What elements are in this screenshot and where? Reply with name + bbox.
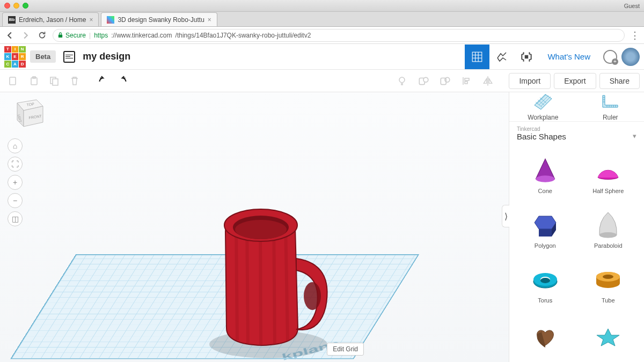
chevron-down-icon: ▾ [633, 132, 636, 140]
3d-canvas[interactable]: TOP LEFT FRONT ⌂ ⛶ + − ◫ kplane [0, 92, 509, 362]
model-mug[interactable] [193, 183, 343, 360]
svg-rect-0 [58, 35, 62, 38]
app-header: TIN KER CAD Beta my design What's New [0, 44, 644, 70]
undo-button[interactable] [93, 72, 112, 90]
tab-label: Erdreich, Jason / Home [19, 16, 86, 24]
shape-label: Tube [602, 297, 615, 304]
edit-toolbar: Import Export Share [0, 70, 644, 92]
view-cube[interactable]: TOP LEFT FRONT [8, 97, 45, 129]
copy-button[interactable] [4, 72, 23, 90]
url-scheme: https [94, 32, 108, 39]
zoom-in-button[interactable]: + [8, 175, 23, 190]
ruler-tool[interactable]: Ruler [577, 92, 645, 121]
blocks-mode-button[interactable] [489, 45, 514, 69]
shape-half-sphere[interactable]: Half Sphere [578, 149, 639, 201]
fit-view-button[interactable]: ⛶ [8, 157, 23, 172]
main-area: TOP LEFT FRONT ⌂ ⛶ + − ◫ kplane [0, 92, 644, 362]
code-mode-button[interactable] [514, 45, 539, 69]
svg-point-28 [599, 232, 617, 238]
share-button[interactable]: Share [599, 73, 640, 89]
shapes-panel: ⟩ Workplane Ruler Tinkercad Basic Shapes… [509, 92, 644, 362]
shape-cone[interactable]: Cone [515, 149, 576, 201]
shape-polygon[interactable]: Polygon [515, 203, 576, 256]
svg-marker-26 [539, 229, 552, 237]
tab-close-icon[interactable]: × [89, 16, 93, 24]
svg-point-10 [423, 77, 428, 82]
svg-point-12 [445, 77, 450, 82]
shape-tube[interactable]: Tube [578, 258, 639, 311]
view-controls: ⌂ ⛶ + − ◫ [8, 138, 23, 226]
user-avatar[interactable] [621, 48, 640, 66]
window-minimize-button[interactable] [13, 3, 19, 9]
3d-editor-mode-button[interactable] [465, 45, 489, 69]
duplicate-button[interactable] [45, 72, 63, 90]
shape-category-selector[interactable]: Tinkercad Basic Shapes ▾ [509, 121, 644, 145]
shape-category-label: Basic Shapes [517, 132, 566, 141]
tab-close-icon[interactable]: × [208, 16, 211, 24]
design-properties-icon[interactable] [63, 51, 75, 63]
delete-button[interactable] [65, 72, 84, 90]
window-close-button[interactable] [4, 3, 10, 9]
export-button[interactable]: Export [554, 73, 596, 89]
browser-tab[interactable]: Bb Erdreich, Jason / Home × [2, 12, 99, 26]
group-button[interactable] [414, 72, 433, 90]
profile-icon[interactable] [603, 50, 617, 64]
svg-rect-3 [10, 77, 16, 85]
zoom-out-button[interactable]: − [8, 193, 23, 208]
align-button[interactable] [457, 72, 475, 90]
tinkercad-logo-icon[interactable]: TIN KER CAD [4, 46, 26, 68]
svg-point-24 [536, 175, 554, 182]
design-name[interactable]: my design [83, 51, 130, 62]
shape-label: Half Sphere [592, 188, 624, 194]
svg-point-22 [304, 282, 321, 310]
secure-label: Secure [65, 32, 86, 39]
svg-point-8 [399, 77, 405, 83]
ruler-tool-label: Ruler [603, 114, 618, 121]
edit-grid-button[interactable]: Edit Grid [327, 343, 364, 356]
mirror-button[interactable] [479, 72, 497, 90]
browser-menu-icon[interactable]: ⋮ [630, 29, 640, 41]
shape-heart[interactable] [515, 313, 576, 362]
url-bar[interactable]: Secure | https://www.tinkercad.com/thing… [53, 29, 625, 42]
favicon-bb-icon: Bb [8, 16, 16, 24]
shape-torus[interactable]: Torus [515, 258, 576, 311]
reload-button[interactable] [36, 30, 47, 41]
secure-lock-icon: Secure [57, 32, 86, 39]
favicon-tinkercad-icon [107, 16, 114, 24]
whats-new-link[interactable]: What's New [539, 52, 599, 61]
ungroup-button[interactable] [436, 72, 454, 90]
tab-label: 3D design Swanky Robo-Juttu [118, 16, 204, 24]
ortho-toggle-button[interactable]: ◫ [8, 211, 23, 226]
shape-star[interactable] [578, 313, 639, 362]
svg-marker-36 [597, 329, 619, 346]
shape-grid: Cone Half Sphere Polygon Paraboloid Toru… [509, 145, 644, 362]
beta-badge: Beta [30, 50, 56, 63]
svg-marker-25 [535, 216, 556, 229]
import-button[interactable]: Import [509, 73, 551, 89]
paste-button[interactable] [25, 72, 43, 90]
svg-rect-4 [31, 78, 37, 85]
hint-bulb-icon[interactable] [393, 72, 411, 90]
redo-button[interactable] [114, 72, 132, 90]
shape-paraboloid[interactable]: Paraboloid [578, 203, 639, 256]
shape-label: Torus [538, 297, 552, 304]
shape-label: Polygon [535, 242, 556, 249]
workplane-tool[interactable]: Workplane [509, 92, 577, 121]
url-path: /things/14Bfao1J7QK-swanky-robo-juttuli/… [175, 32, 311, 39]
panel-collapse-handle[interactable]: ⟩ [502, 205, 509, 227]
browser-tabstrip: Bb Erdreich, Jason / Home × 3D design Sw… [0, 12, 644, 27]
back-button[interactable] [4, 30, 15, 41]
forward-button[interactable] [20, 30, 31, 41]
svg-rect-1 [473, 52, 482, 62]
svg-rect-7 [53, 79, 58, 85]
url-host: ://www.tinkercad.com [111, 32, 172, 39]
svg-point-32 [540, 278, 550, 283]
shape-label: Cone [538, 188, 552, 194]
home-view-button[interactable]: ⌂ [8, 138, 23, 153]
workplane-tool-label: Workplane [528, 114, 558, 121]
os-titlebar: Guest [0, 0, 644, 12]
os-user-label: Guest [624, 3, 640, 9]
window-zoom-button[interactable] [23, 3, 28, 9]
browser-tab-active[interactable]: 3D design Swanky Robo-Juttu × [101, 12, 217, 26]
svg-point-21 [235, 220, 287, 239]
